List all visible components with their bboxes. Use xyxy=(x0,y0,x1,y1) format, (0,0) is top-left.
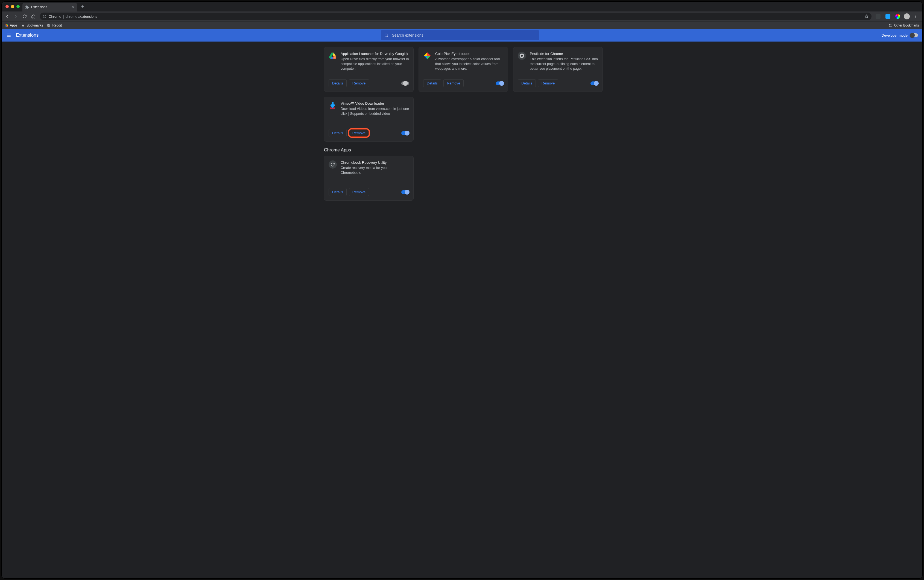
bookmarks-right: Other Bookmarks xyxy=(883,23,920,28)
window-maximize-button[interactable] xyxy=(16,5,20,8)
remove-button[interactable]: Remove xyxy=(443,79,464,87)
remove-button[interactable]: Remove xyxy=(349,79,369,87)
window-minimize-button[interactable] xyxy=(11,5,14,8)
home-button[interactable] xyxy=(30,13,37,20)
enable-toggle[interactable] xyxy=(401,131,409,135)
new-tab-button[interactable]: + xyxy=(79,3,86,10)
colorpick-icon xyxy=(423,52,432,60)
extensions-grid: Application Launcher for Drive (by Googl… xyxy=(324,47,600,142)
extension-description: Open Drive files directly from your brow… xyxy=(341,57,409,71)
site-info-icon xyxy=(43,15,46,18)
enable-toggle[interactable] xyxy=(496,81,504,85)
profile-avatar[interactable] xyxy=(904,13,910,20)
search-box[interactable] xyxy=(381,30,539,40)
tab-title: Extensions xyxy=(31,5,47,9)
app-description: Create recovery media for your Chromeboo… xyxy=(341,166,409,175)
details-button[interactable]: Details xyxy=(518,79,536,87)
vimeo-downloader-icon xyxy=(329,101,337,110)
title-bar: Extensions × + xyxy=(2,2,922,12)
bookmarks-bar: Apps Bookmarks Reddit Other Bookmarks xyxy=(2,21,922,29)
details-button[interactable]: Details xyxy=(329,79,347,87)
apps-grid-icon xyxy=(4,23,8,27)
details-button[interactable]: Details xyxy=(423,79,441,87)
bookmark-star-icon[interactable] xyxy=(865,14,869,18)
svg-rect-24 xyxy=(333,56,336,59)
extension-card: ColorPick Eyedropper A zoomed eyedropper… xyxy=(418,47,508,92)
svg-marker-29 xyxy=(427,56,431,59)
extension-name: Vimeo™ Video Downloader xyxy=(341,101,409,105)
browser-tab[interactable]: Extensions × xyxy=(22,3,77,12)
developer-mode: Developer mode xyxy=(882,33,918,38)
remove-button[interactable]: Remove xyxy=(349,188,369,196)
svg-rect-13 xyxy=(6,26,7,27)
developer-mode-toggle[interactable] xyxy=(910,33,918,37)
pesticide-icon xyxy=(518,52,526,60)
extension-card: Vimeo™ Video Downloader Download Videos … xyxy=(324,97,413,142)
recovery-utility-icon xyxy=(329,160,337,169)
svg-rect-9 xyxy=(5,25,5,26)
menu-icon[interactable] xyxy=(6,33,12,38)
address-bar[interactable]: Chrome|chrome://extensions xyxy=(40,13,871,20)
search-icon xyxy=(384,33,389,38)
extension-card: Application Launcher for Drive (by Googl… xyxy=(324,47,413,92)
details-button[interactable]: Details xyxy=(329,188,347,196)
bookmarks-reddit[interactable]: Reddit xyxy=(47,23,62,27)
details-button[interactable]: Details xyxy=(329,129,347,137)
svg-rect-11 xyxy=(7,25,8,26)
developer-mode-label: Developer mode xyxy=(882,33,908,38)
bookmarks-folder[interactable]: Bookmarks xyxy=(21,23,43,27)
remove-button[interactable]: Remove xyxy=(538,79,558,87)
extension-name: Pesticide for Chrome xyxy=(530,52,598,56)
bookmarks-apps[interactable]: Apps xyxy=(4,23,17,27)
browser-menu-button[interactable] xyxy=(912,13,920,20)
enable-toggle[interactable] xyxy=(401,190,409,194)
extension-card: Pesticide for Chrome This extension inse… xyxy=(513,47,603,92)
svg-marker-30 xyxy=(424,56,428,59)
bookmarks-reddit-label: Reddit xyxy=(52,23,62,27)
svg-rect-6 xyxy=(5,24,5,25)
toolbar-right-icons xyxy=(874,13,920,20)
svg-point-19 xyxy=(385,34,387,36)
window-close-button[interactable] xyxy=(5,5,9,8)
app-name: Chromebook Recovery Utility xyxy=(341,160,409,165)
chrome-apps-grid: Chromebook Recovery Utility Create recov… xyxy=(324,156,600,201)
enable-toggle[interactable] xyxy=(590,81,598,85)
svg-point-4 xyxy=(916,16,916,17)
svg-point-5 xyxy=(916,17,916,18)
tab-close-button[interactable]: × xyxy=(72,5,74,9)
address-bar-text: Chrome|chrome://extensions xyxy=(49,15,862,18)
traffic-lights xyxy=(5,5,20,8)
browser-window: Extensions × + Chrome|chrome://extension… xyxy=(2,2,922,578)
bookmarks-apps-label: Apps xyxy=(10,23,17,27)
forward-button[interactable] xyxy=(12,13,20,20)
svg-rect-14 xyxy=(7,26,8,27)
extension-name: Application Launcher for Drive (by Googl… xyxy=(341,52,409,56)
reload-button[interactable] xyxy=(21,13,28,20)
extension-name: ColorPick Eyedropper xyxy=(435,52,504,56)
divider xyxy=(884,23,885,28)
extension-description: A zoomed eyedropper & color chooser tool… xyxy=(435,57,504,71)
drive-launcher-icon xyxy=(329,52,337,60)
globe-icon xyxy=(47,23,51,27)
extension-description: Download Videos from vimeo.com in just o… xyxy=(341,107,409,116)
bookmarks-folder-label: Bookmarks xyxy=(26,23,43,27)
folder-icon xyxy=(889,23,893,27)
remove-button-highlighted[interactable]: Remove xyxy=(349,129,369,137)
svg-rect-10 xyxy=(6,25,7,26)
toolbar: Chrome|chrome://extensions xyxy=(2,12,922,21)
other-bookmarks-label: Other Bookmarks xyxy=(894,23,920,27)
extension-icon-colorpick[interactable] xyxy=(894,13,902,20)
page-body: Extensions Developer mode xyxy=(2,29,922,578)
page-header: Extensions Developer mode xyxy=(2,29,922,41)
svg-marker-31 xyxy=(424,53,428,56)
chrome-app-card: Chromebook Recovery Utility Create recov… xyxy=(324,156,413,201)
enable-toggle[interactable] xyxy=(401,81,409,85)
search-input[interactable] xyxy=(391,33,536,38)
svg-rect-12 xyxy=(5,26,5,27)
back-button[interactable] xyxy=(3,13,11,20)
extension-icon-downloader[interactable] xyxy=(884,13,892,20)
svg-line-20 xyxy=(387,36,388,37)
other-bookmarks[interactable]: Other Bookmarks xyxy=(889,23,920,27)
extension-icon-1[interactable] xyxy=(874,13,882,20)
svg-point-33 xyxy=(521,55,523,57)
